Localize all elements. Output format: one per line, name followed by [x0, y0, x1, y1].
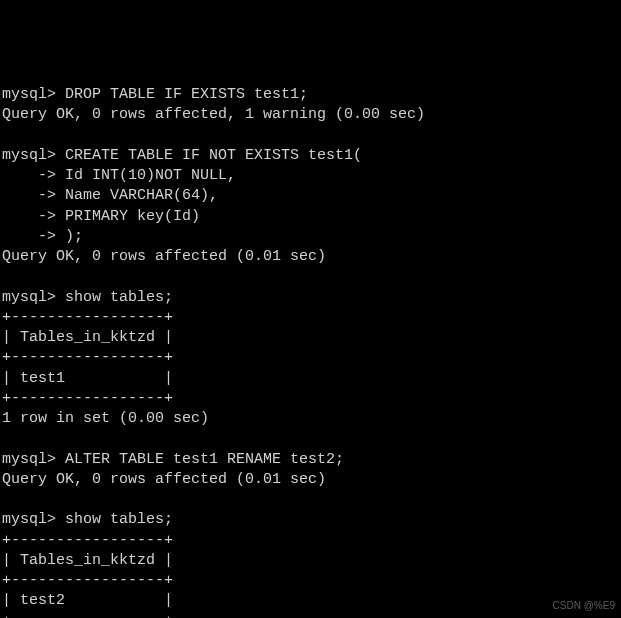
terminal-line: | test2 | — [2, 591, 619, 611]
terminal-line — [2, 267, 619, 287]
terminal-line: mysql> ALTER TABLE test1 RENAME test2; — [2, 450, 619, 470]
terminal-line: -> PRIMARY key(Id) — [2, 207, 619, 227]
terminal-line: Query OK, 0 rows affected (0.01 sec) — [2, 247, 619, 267]
terminal-line: mysql> DROP TABLE IF EXISTS test1; — [2, 85, 619, 105]
watermark: CSDN @%E9 — [553, 599, 615, 613]
terminal-line: mysql> CREATE TABLE IF NOT EXISTS test1( — [2, 146, 619, 166]
terminal-line — [2, 429, 619, 449]
terminal-line: +-----------------+ — [2, 348, 619, 368]
terminal-line: +-----------------+ — [2, 531, 619, 551]
terminal-line: | Tables_in_kktzd | — [2, 551, 619, 571]
terminal-line: Query OK, 0 rows affected (0.01 sec) — [2, 470, 619, 490]
terminal-line: -> Name VARCHAR(64), — [2, 186, 619, 206]
terminal-line: -> ); — [2, 227, 619, 247]
terminal-line — [2, 126, 619, 146]
terminal-line: mysql> show tables; — [2, 510, 619, 530]
terminal-line — [2, 490, 619, 510]
terminal-line: +-----------------+ — [2, 612, 619, 619]
terminal-line: | Tables_in_kktzd | — [2, 328, 619, 348]
terminal-line: | test1 | — [2, 369, 619, 389]
terminal-line: Query OK, 0 rows affected, 1 warning (0.… — [2, 105, 619, 125]
terminal-line: +-----------------+ — [2, 308, 619, 328]
terminal-line: +-----------------+ — [2, 389, 619, 409]
terminal-line: +-----------------+ — [2, 571, 619, 591]
terminal-line: 1 row in set (0.00 sec) — [2, 409, 619, 429]
terminal-output[interactable]: mysql> DROP TABLE IF EXISTS test1;Query … — [2, 85, 619, 618]
terminal-line: mysql> show tables; — [2, 288, 619, 308]
terminal-line: -> Id INT(10)NOT NULL, — [2, 166, 619, 186]
